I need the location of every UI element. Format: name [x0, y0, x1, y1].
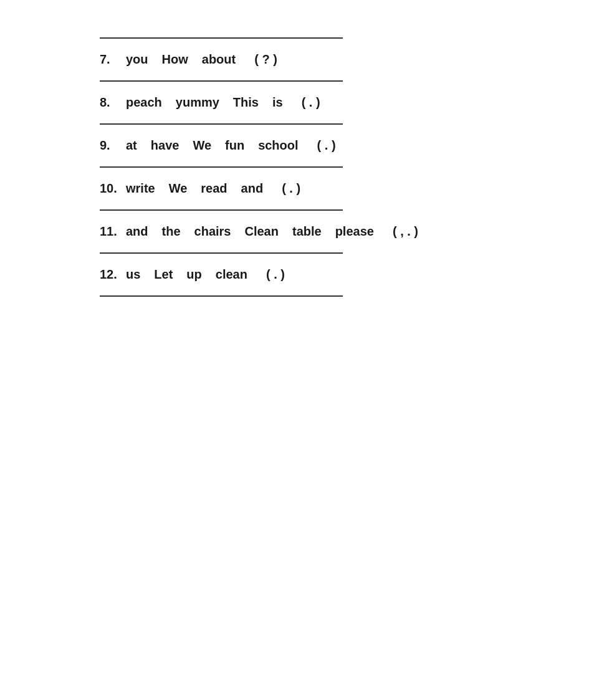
punctuation-hint: ( . ) — [266, 267, 285, 282]
exercises-container: 7.youHowabout( ? )8.peachyummyThisis( . … — [100, 37, 489, 297]
punctuation-hint: ( . ) — [282, 181, 300, 196]
question-words: athaveWefunschool( . ) — [126, 138, 336, 153]
word: Clean — [245, 224, 279, 239]
question-row: 8.peachyummyThisis( . ) — [100, 82, 489, 123]
punctuation-hint: ( . ) — [317, 138, 336, 153]
word: How — [162, 52, 188, 67]
question-number: 9. — [100, 138, 123, 153]
word: and — [241, 181, 264, 196]
word: This — [233, 95, 259, 110]
question-row: 11.andthechairsCleantableplease( , . ) — [100, 211, 489, 252]
question-row: 9.athaveWefunschool( . ) — [100, 125, 489, 166]
question-row: 7.youHowabout( ? ) — [100, 39, 489, 80]
question-words: youHowabout( ? ) — [126, 52, 277, 67]
word: have — [151, 138, 180, 153]
question-words: writeWereadand( . ) — [126, 181, 300, 196]
word: chairs — [194, 224, 231, 239]
question-row: 12.usLetupclean( . ) — [100, 254, 489, 295]
punctuation-hint: ( ? ) — [254, 52, 277, 67]
word: yummy — [176, 95, 219, 110]
question-row: 10.writeWereadand( . ) — [100, 168, 489, 209]
word: peach — [126, 95, 162, 110]
word: clean — [216, 267, 247, 282]
word: Let — [154, 267, 173, 282]
word: us — [126, 267, 140, 282]
question-words: peachyummyThisis( . ) — [126, 95, 320, 110]
word: We — [169, 181, 188, 196]
word: write — [126, 181, 155, 196]
question-words: usLetupclean( . ) — [126, 267, 285, 282]
word: and — [126, 224, 148, 239]
answer-line — [100, 295, 343, 297]
word: school — [258, 138, 298, 153]
word: table — [292, 224, 322, 239]
word: read — [201, 181, 227, 196]
punctuation-hint: ( . ) — [302, 95, 320, 110]
punctuation-hint: ( , . ) — [393, 224, 418, 239]
word: you — [126, 52, 148, 67]
word: is — [272, 95, 283, 110]
question-number: 8. — [100, 95, 123, 110]
word: up — [186, 267, 201, 282]
worksheet-page: 7.youHowabout( ? )8.peachyummyThisis( . … — [0, 0, 589, 700]
word: at — [126, 138, 137, 153]
question-number: 11. — [100, 224, 123, 239]
question-words: andthechairsCleantableplease( , . ) — [126, 224, 418, 239]
question-number: 10. — [100, 181, 123, 196]
word: please — [335, 224, 374, 239]
word: We — [193, 138, 211, 153]
question-number: 7. — [100, 52, 123, 67]
word: about — [202, 52, 236, 67]
word: the — [162, 224, 181, 239]
question-number: 12. — [100, 267, 123, 282]
word: fun — [225, 138, 244, 153]
